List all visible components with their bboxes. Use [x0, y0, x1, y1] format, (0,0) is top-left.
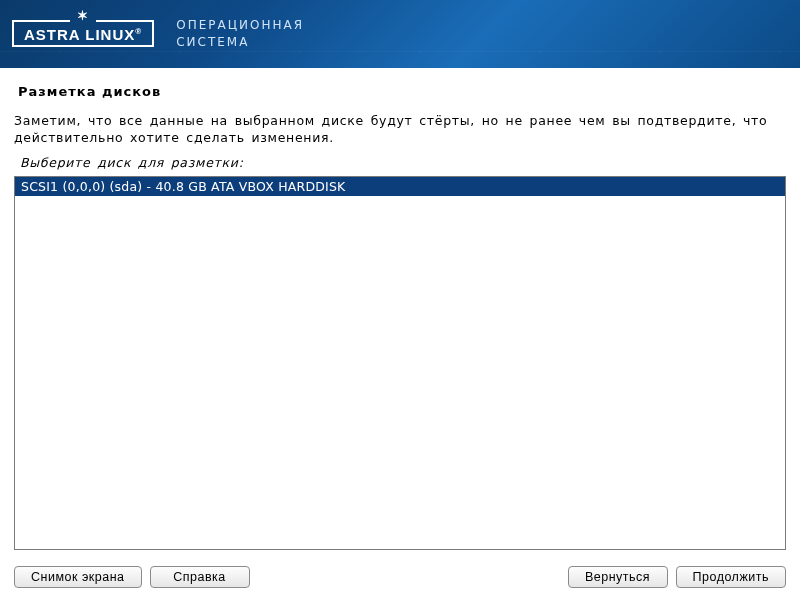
star-icon: ✶: [77, 9, 89, 22]
main-panel: Разметка дисков Заметим, что все данные …: [0, 68, 800, 556]
back-button[interactable]: Вернуться: [568, 566, 668, 588]
installer-header: ✶ ASTRA LINUX® ОПЕРАЦИОННАЯ СИСТЕМА: [0, 0, 800, 68]
brand-text: ASTRA LINUX: [24, 26, 135, 43]
footer-bar: Снимок экрана Справка Вернуться Продолжи…: [0, 556, 800, 600]
prompt-text: Выберите диск для разметки:: [20, 155, 786, 170]
brand-block: ✶ ASTRA LINUX® ОПЕРАЦИОННАЯ СИСТЕМА: [12, 17, 304, 51]
help-button[interactable]: Справка: [150, 566, 250, 588]
brand-subtitle: ОПЕРАЦИОННАЯ СИСТЕМА: [176, 17, 304, 51]
page-title: Разметка дисков: [18, 84, 786, 99]
subtitle-line1: ОПЕРАЦИОННАЯ: [176, 17, 304, 34]
warning-text: Заметим, что все данные на выбранном дис…: [14, 113, 786, 147]
registered-icon: ®: [135, 27, 142, 36]
subtitle-line2: СИСТЕМА: [176, 34, 304, 51]
continue-button[interactable]: Продолжить: [676, 566, 786, 588]
footer-spacer: [258, 566, 560, 588]
screenshot-button[interactable]: Снимок экрана: [14, 566, 142, 588]
disk-listbox[interactable]: SCSI1 (0,0,0) (sda) - 40.8 GB ATA VBOX H…: [14, 176, 786, 550]
disk-row[interactable]: SCSI1 (0,0,0) (sda) - 40.8 GB ATA VBOX H…: [15, 177, 785, 196]
brand-logo: ✶ ASTRA LINUX®: [12, 22, 154, 47]
